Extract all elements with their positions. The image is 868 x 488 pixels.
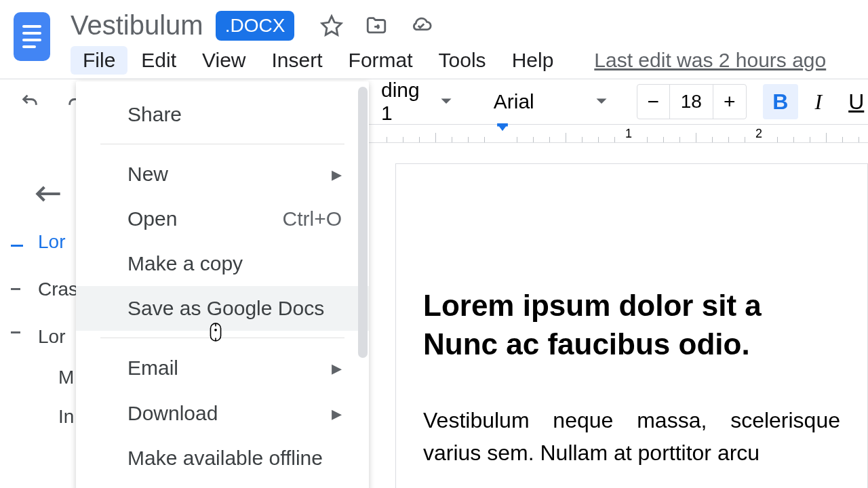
menu-file[interactable]: File — [71, 46, 127, 75]
underline-button[interactable]: U — [839, 84, 868, 119]
document-page[interactable]: Lorem ipsum dolor sit a Nunc ac faucibus… — [395, 163, 868, 488]
indent-marker-icon[interactable] — [496, 123, 509, 136]
svg-rect-0 — [497, 123, 508, 127]
title-icons — [320, 14, 433, 37]
outline-item-0[interactable]: Lor — [11, 224, 78, 260]
font-label: Arial — [494, 90, 534, 113]
outline-item-1[interactable]: Cras — [11, 272, 78, 307]
italic-button[interactable]: I — [801, 84, 836, 119]
doc-paragraph[interactable]: Vestibulum neque massa, scelerisque vari… — [423, 404, 840, 469]
menu-share[interactable]: Share — [76, 92, 369, 137]
menu-save-as-google-docs[interactable]: Save as Google Docs — [76, 286, 369, 331]
format-buttons: B I U — [763, 84, 868, 119]
outline-sub-1[interactable]: In — [11, 406, 78, 428]
font-size-decrease[interactable]: − — [637, 85, 670, 119]
menu-help[interactable]: Help — [500, 46, 566, 75]
doc-heading[interactable]: Lorem ipsum dolor sit a Nunc ac faucibus… — [423, 286, 840, 363]
ruler-mark-1: 1 — [625, 127, 632, 141]
ruler-mark-2: 2 — [755, 127, 762, 141]
ruler[interactable]: 1 2 — [365, 124, 868, 143]
menu-edit[interactable]: Edit — [129, 46, 189, 75]
undo-button[interactable] — [14, 87, 46, 117]
submenu-arrow-icon: ▸ — [332, 162, 342, 186]
style-label: ding 1 — [381, 79, 420, 125]
outline-panel: Lor Cras Lor M In — [0, 143, 78, 488]
menu-tools[interactable]: Tools — [427, 46, 498, 75]
last-edit-link[interactable]: Last edit was 2 hours ago — [594, 49, 826, 72]
menu-download[interactable]: Download▸ — [76, 390, 369, 436]
outline-marker — [11, 288, 20, 290]
outline-sub-0[interactable]: M — [11, 367, 78, 388]
outline-item-2[interactable]: Lor — [11, 319, 78, 354]
menu-format[interactable]: Format — [336, 46, 425, 75]
docx-badge: .DOCX — [216, 11, 295, 41]
menubar: File Edit View Insert Format Tools Help … — [71, 46, 854, 75]
menu-offline[interactable]: Make available offline — [76, 436, 369, 481]
menu-make-copy[interactable]: Make a copy — [76, 241, 369, 286]
docs-logo[interactable] — [14, 12, 50, 61]
submenu-arrow-icon: ▸ — [332, 356, 342, 380]
outline-active-marker — [11, 245, 23, 247]
font-size-increase[interactable]: + — [713, 85, 746, 119]
header-main: Vestibulum .DOCX File Edit View Insert F… — [71, 7, 854, 75]
file-dropdown-menu: Share New▸ OpenCtrl+O Make a copy Save a… — [76, 81, 369, 488]
font-size-value[interactable]: 18 — [670, 85, 713, 119]
dropdown-arrow-icon — [440, 98, 452, 106]
paragraph-style-select[interactable]: ding 1 — [372, 79, 462, 125]
document-title[interactable]: Vestibulum — [71, 10, 203, 41]
outline-back-button[interactable] — [35, 184, 78, 204]
submenu-arrow-icon: ▸ — [332, 401, 342, 425]
outline-marker — [11, 331, 20, 333]
menu-email[interactable]: Email▸ — [76, 345, 369, 390]
move-folder-icon[interactable] — [365, 14, 388, 37]
bold-button[interactable]: B — [763, 84, 798, 119]
menu-view[interactable]: View — [190, 46, 258, 75]
shortcut-label: Ctrl+O — [282, 207, 342, 230]
header: Vestibulum .DOCX File Edit View Insert F… — [0, 0, 868, 75]
menu-open[interactable]: OpenCtrl+O — [76, 197, 369, 241]
dropdown-arrow-icon — [595, 98, 608, 106]
font-select[interactable]: Arial — [484, 89, 618, 114]
menu-separator — [100, 338, 344, 338]
menu-separator — [100, 144, 344, 144]
logo-lines-icon — [22, 25, 41, 48]
menu-insert[interactable]: Insert — [260, 46, 335, 75]
title-row: Vestibulum .DOCX — [71, 7, 854, 41]
font-size-group: − 18 + — [637, 84, 747, 119]
dropdown-scrollbar[interactable] — [358, 87, 368, 358]
star-icon[interactable] — [320, 14, 343, 37]
cloud-status-icon[interactable] — [410, 14, 433, 37]
menu-new[interactable]: New▸ — [76, 151, 369, 197]
